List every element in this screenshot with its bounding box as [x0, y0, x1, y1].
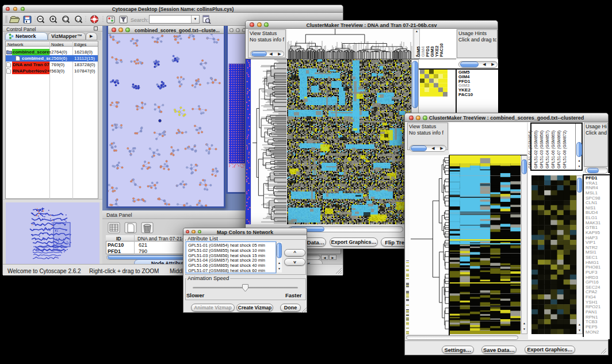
svg-text:1:1: 1:1	[76, 18, 81, 21]
